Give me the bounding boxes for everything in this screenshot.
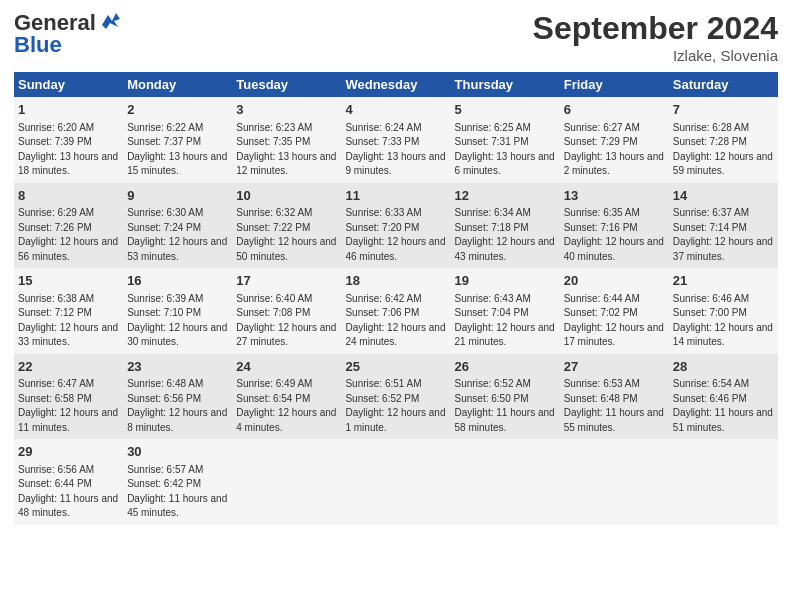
sunrise-text: Sunrise: 6:32 AM	[236, 207, 312, 218]
calendar-cell: 22Sunrise: 6:47 AMSunset: 6:58 PMDayligh…	[14, 354, 123, 440]
calendar-cell: 25Sunrise: 6:51 AMSunset: 6:52 PMDayligh…	[341, 354, 450, 440]
daylight-text: Daylight: 13 hours and 9 minutes.	[345, 151, 445, 177]
day-number: 20	[564, 272, 665, 290]
sunset-text: Sunset: 6:44 PM	[18, 478, 92, 489]
sunset-text: Sunset: 7:14 PM	[673, 222, 747, 233]
day-number: 25	[345, 358, 446, 376]
daylight-text: Daylight: 12 hours and 30 minutes.	[127, 322, 227, 348]
day-number: 8	[18, 187, 119, 205]
calendar-cell: 27Sunrise: 6:53 AMSunset: 6:48 PMDayligh…	[560, 354, 669, 440]
day-number: 21	[673, 272, 774, 290]
daylight-text: Daylight: 12 hours and 40 minutes.	[564, 236, 664, 262]
sunrise-text: Sunrise: 6:38 AM	[18, 293, 94, 304]
daylight-text: Daylight: 12 hours and 21 minutes.	[455, 322, 555, 348]
daylight-text: Daylight: 12 hours and 53 minutes.	[127, 236, 227, 262]
calendar-table: SundayMondayTuesdayWednesdayThursdayFrid…	[14, 72, 778, 525]
calendar-cell: 13Sunrise: 6:35 AMSunset: 7:16 PMDayligh…	[560, 183, 669, 269]
day-number: 29	[18, 443, 119, 461]
day-number: 10	[236, 187, 337, 205]
calendar-cell: 2Sunrise: 6:22 AMSunset: 7:37 PMDaylight…	[123, 97, 232, 183]
sunset-text: Sunset: 7:20 PM	[345, 222, 419, 233]
calendar-cell: 20Sunrise: 6:44 AMSunset: 7:02 PMDayligh…	[560, 268, 669, 354]
daylight-text: Daylight: 12 hours and 56 minutes.	[18, 236, 118, 262]
sunset-text: Sunset: 6:42 PM	[127, 478, 201, 489]
day-number: 3	[236, 101, 337, 119]
sunset-text: Sunset: 6:58 PM	[18, 393, 92, 404]
day-number: 9	[127, 187, 228, 205]
sunset-text: Sunset: 7:22 PM	[236, 222, 310, 233]
daylight-text: Daylight: 13 hours and 12 minutes.	[236, 151, 336, 177]
logo: General Blue	[14, 10, 120, 58]
svg-marker-0	[102, 13, 120, 29]
sunrise-text: Sunrise: 6:53 AM	[564, 378, 640, 389]
calendar-cell: 4Sunrise: 6:24 AMSunset: 7:33 PMDaylight…	[341, 97, 450, 183]
day-number: 17	[236, 272, 337, 290]
calendar-cell: 3Sunrise: 6:23 AMSunset: 7:35 PMDaylight…	[232, 97, 341, 183]
daylight-text: Daylight: 13 hours and 2 minutes.	[564, 151, 664, 177]
calendar-cell: 12Sunrise: 6:34 AMSunset: 7:18 PMDayligh…	[451, 183, 560, 269]
col-header-friday: Friday	[560, 72, 669, 97]
day-number: 27	[564, 358, 665, 376]
daylight-text: Daylight: 12 hours and 43 minutes.	[455, 236, 555, 262]
day-number: 18	[345, 272, 446, 290]
calendar-cell: 6Sunrise: 6:27 AMSunset: 7:29 PMDaylight…	[560, 97, 669, 183]
month-title: September 2024	[533, 10, 778, 47]
daylight-text: Daylight: 11 hours and 45 minutes.	[127, 493, 227, 519]
sunset-text: Sunset: 6:52 PM	[345, 393, 419, 404]
day-number: 28	[673, 358, 774, 376]
daylight-text: Daylight: 11 hours and 48 minutes.	[18, 493, 118, 519]
day-number: 13	[564, 187, 665, 205]
sunrise-text: Sunrise: 6:29 AM	[18, 207, 94, 218]
sunrise-text: Sunrise: 6:48 AM	[127, 378, 203, 389]
sunset-text: Sunset: 7:12 PM	[18, 307, 92, 318]
calendar-cell: 26Sunrise: 6:52 AMSunset: 6:50 PMDayligh…	[451, 354, 560, 440]
sunset-text: Sunset: 7:39 PM	[18, 136, 92, 147]
calendar-cell: 17Sunrise: 6:40 AMSunset: 7:08 PMDayligh…	[232, 268, 341, 354]
daylight-text: Daylight: 12 hours and 17 minutes.	[564, 322, 664, 348]
day-number: 6	[564, 101, 665, 119]
calendar-cell	[341, 439, 450, 525]
sunset-text: Sunset: 7:00 PM	[673, 307, 747, 318]
sunrise-text: Sunrise: 6:57 AM	[127, 464, 203, 475]
day-number: 14	[673, 187, 774, 205]
sunset-text: Sunset: 7:28 PM	[673, 136, 747, 147]
sunrise-text: Sunrise: 6:24 AM	[345, 122, 421, 133]
day-number: 12	[455, 187, 556, 205]
sunrise-text: Sunrise: 6:52 AM	[455, 378, 531, 389]
day-number: 24	[236, 358, 337, 376]
logo-bird-icon	[98, 11, 120, 31]
sunset-text: Sunset: 7:04 PM	[455, 307, 529, 318]
daylight-text: Daylight: 12 hours and 27 minutes.	[236, 322, 336, 348]
day-number: 1	[18, 101, 119, 119]
sunset-text: Sunset: 7:31 PM	[455, 136, 529, 147]
calendar-cell	[232, 439, 341, 525]
daylight-text: Daylight: 12 hours and 59 minutes.	[673, 151, 773, 177]
sunrise-text: Sunrise: 6:20 AM	[18, 122, 94, 133]
col-header-wednesday: Wednesday	[341, 72, 450, 97]
calendar-cell: 16Sunrise: 6:39 AMSunset: 7:10 PMDayligh…	[123, 268, 232, 354]
calendar-cell: 9Sunrise: 6:30 AMSunset: 7:24 PMDaylight…	[123, 183, 232, 269]
calendar-cell: 29Sunrise: 6:56 AMSunset: 6:44 PMDayligh…	[14, 439, 123, 525]
calendar-cell: 19Sunrise: 6:43 AMSunset: 7:04 PMDayligh…	[451, 268, 560, 354]
col-header-thursday: Thursday	[451, 72, 560, 97]
sunset-text: Sunset: 6:54 PM	[236, 393, 310, 404]
sunset-text: Sunset: 7:10 PM	[127, 307, 201, 318]
calendar-cell: 28Sunrise: 6:54 AMSunset: 6:46 PMDayligh…	[669, 354, 778, 440]
calendar-cell: 1Sunrise: 6:20 AMSunset: 7:39 PMDaylight…	[14, 97, 123, 183]
sunset-text: Sunset: 7:29 PM	[564, 136, 638, 147]
calendar-cell	[451, 439, 560, 525]
daylight-text: Daylight: 12 hours and 37 minutes.	[673, 236, 773, 262]
sunrise-text: Sunrise: 6:27 AM	[564, 122, 640, 133]
day-number: 26	[455, 358, 556, 376]
daylight-text: Daylight: 12 hours and 24 minutes.	[345, 322, 445, 348]
daylight-text: Daylight: 13 hours and 15 minutes.	[127, 151, 227, 177]
daylight-text: Daylight: 13 hours and 6 minutes.	[455, 151, 555, 177]
sunrise-text: Sunrise: 6:28 AM	[673, 122, 749, 133]
daylight-text: Daylight: 12 hours and 1 minute.	[345, 407, 445, 433]
col-header-tuesday: Tuesday	[232, 72, 341, 97]
sunrise-text: Sunrise: 6:43 AM	[455, 293, 531, 304]
sunrise-text: Sunrise: 6:54 AM	[673, 378, 749, 389]
sunrise-text: Sunrise: 6:39 AM	[127, 293, 203, 304]
sunset-text: Sunset: 7:16 PM	[564, 222, 638, 233]
col-header-monday: Monday	[123, 72, 232, 97]
